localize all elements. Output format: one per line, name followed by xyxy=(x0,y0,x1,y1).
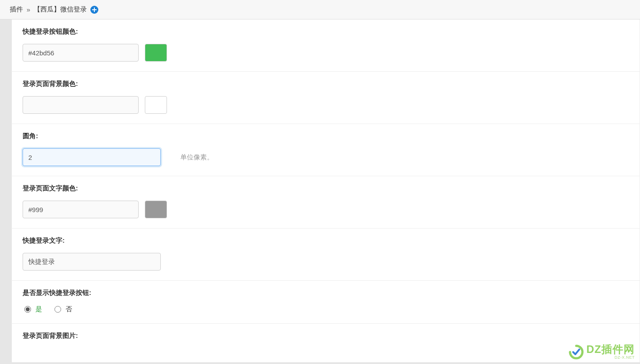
content-wrapper: 快捷登录按钮颜色: 登录页面背景颜色: 圆角: 单位像素。 登录页面文字颜色: xyxy=(0,19,640,362)
label-login-page-bg-image: 登录页面背景图片: xyxy=(23,332,629,340)
row-login-page-bg-color: 登录页面背景颜色: xyxy=(12,72,640,124)
radio-yes-label: 是 xyxy=(35,305,42,314)
row-login-page-text-color: 登录页面文字颜色: xyxy=(12,176,640,228)
row-login-page-bg-image: 登录页面背景图片: xyxy=(12,324,640,362)
row-show-quick-login-button: 是否显示快捷登录按钮: 是 否 xyxy=(12,281,640,324)
label-show-quick-login-button: 是否显示快捷登录按钮: xyxy=(23,289,629,297)
label-radius: 圆角: xyxy=(23,132,629,140)
swatch-login-page-bg-color[interactable] xyxy=(145,96,167,114)
radio-no[interactable] xyxy=(54,306,61,313)
label-quick-login-button-color: 快捷登录按钮颜色: xyxy=(23,27,629,36)
input-login-page-text-color[interactable] xyxy=(23,201,139,218)
breadcrumb-current: 【西瓜】微信登录 xyxy=(34,5,87,14)
breadcrumb-plugins[interactable]: 插件 xyxy=(10,5,23,14)
add-icon[interactable] xyxy=(90,6,98,14)
label-login-page-bg-color: 登录页面背景颜色: xyxy=(23,80,629,88)
input-quick-login-text[interactable] xyxy=(23,253,161,271)
radio-no-label: 否 xyxy=(66,305,72,314)
hint-radius: 单位像素。 xyxy=(180,153,213,162)
swatch-login-page-text-color[interactable] xyxy=(145,201,167,218)
row-quick-login-button-color: 快捷登录按钮颜色: xyxy=(12,19,640,72)
radio-no-item[interactable]: 否 xyxy=(54,305,72,314)
label-quick-login-text: 快捷登录文字: xyxy=(23,236,629,245)
swatch-quick-login-button-color[interactable] xyxy=(145,44,167,62)
input-radius[interactable] xyxy=(23,148,161,166)
label-login-page-text-color: 登录页面文字颜色: xyxy=(23,184,629,193)
form-panel: 快捷登录按钮颜色: 登录页面背景颜色: 圆角: 单位像素。 登录页面文字颜色: xyxy=(12,19,640,362)
radio-yes-item[interactable]: 是 xyxy=(24,305,42,314)
input-quick-login-button-color[interactable] xyxy=(23,44,139,62)
radio-yes[interactable] xyxy=(24,306,31,313)
breadcrumb: 插件 » 【西瓜】微信登录 xyxy=(0,0,640,19)
input-login-page-bg-color[interactable] xyxy=(23,96,139,114)
row-quick-login-text: 快捷登录文字: xyxy=(12,228,640,281)
row-radius: 圆角: 单位像素。 xyxy=(12,124,640,176)
breadcrumb-separator: » xyxy=(27,6,30,13)
svg-rect-2 xyxy=(92,9,97,10)
